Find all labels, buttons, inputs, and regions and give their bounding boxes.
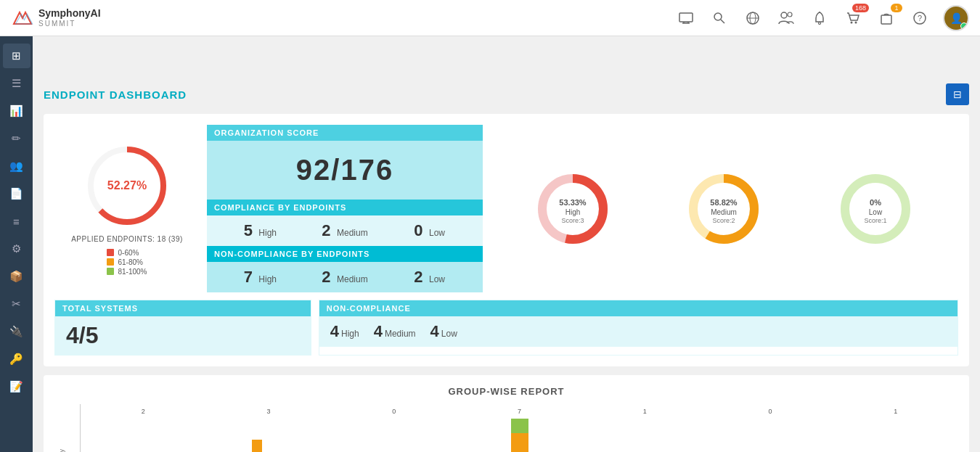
non-compliance-medium: 2 Medium	[303, 268, 388, 287]
filter-button[interactable]: ⊟	[946, 83, 969, 105]
shopping-icon	[879, 12, 894, 25]
top-dashboard-card: 52.27% APPLIED ENDPOINTS: 18 (39) 0-60% …	[44, 114, 969, 366]
total-systems-box: TOTAL SYSTEMS 4/5	[54, 300, 311, 356]
sidebar-item-keys[interactable]: 🔑	[3, 347, 30, 371]
donut-medium-svg: 58.82% Medium Score:2	[684, 169, 764, 249]
stats-row: TOTAL SYSTEMS 4/5 NON-COMPLIANCE 4 High …	[54, 300, 958, 356]
globe-icon	[746, 11, 760, 25]
sidebar-item-packages[interactable]: 📦	[3, 264, 30, 289]
sidebar-item-notes[interactable]: 📝	[3, 374, 30, 399]
screensaver-total-label: 1	[643, 408, 647, 415]
monitor-icon	[679, 12, 693, 24]
nc-medium-lbl: Medium	[385, 329, 416, 339]
user-avatar[interactable]: 👤	[943, 5, 969, 31]
top-navigation: SymphonyAI SUMMIT	[0, 0, 980, 36]
svg-point-6	[714, 13, 722, 20]
shopping-badge: 1	[891, 4, 902, 12]
non-compliance-medium-label: Medium	[337, 274, 368, 284]
non-compliance-box-content: 4 High 4 Medium 4 Low	[319, 316, 957, 347]
desktop-icon[interactable]	[676, 8, 696, 28]
non-compliance-medium-num: 2	[322, 268, 330, 286]
legend-dot-low	[107, 249, 114, 256]
shopping-icon-wrap[interactable]: 1	[876, 8, 897, 28]
total-systems-value: 4/5	[66, 322, 98, 349]
sidebar-item-documents[interactable]: 📄	[3, 181, 30, 206]
cart-icon	[846, 12, 860, 25]
sidebar-item-settings[interactable]: ⚙	[3, 237, 30, 261]
legend-label-low: 0-60%	[118, 249, 139, 257]
bar-chart-area: 2 ANTIVIRUS 3 EVENTLOG SCAN	[80, 404, 958, 452]
gauge-applied-label: APPLIED ENDPOINTS: 18 (39)	[71, 235, 183, 243]
non-compliance-low-label: Low	[429, 274, 445, 284]
non-compliance-header: NON-COMPLIANCE BY ENDPOINTS	[207, 246, 483, 262]
sidebar-item-users[interactable]: 👥	[3, 154, 30, 178]
antivirus-bars	[126, 419, 160, 452]
users-icon-wrap[interactable]	[776, 8, 796, 28]
donut-low-svg: 0% Low Score:1	[836, 169, 915, 249]
sidebar-item-tools[interactable]: ✂	[3, 292, 30, 316]
org-score-header: ORGANIZATION SCORE	[207, 125, 483, 141]
help-icon-wrap[interactable]: ?	[910, 8, 930, 28]
nc-medium: 4 Medium	[374, 322, 416, 341]
org-score-value: 92/176	[207, 141, 483, 200]
svg-point-11	[781, 12, 787, 18]
svg-point-14	[819, 22, 821, 24]
password-bar-green	[511, 419, 528, 433]
page-title: ENDPOINT DASHBOARD	[44, 89, 187, 101]
non-compliance-box: NON-COMPLIANCE 4 High 4 Medium 4	[319, 300, 958, 356]
bell-icon-wrap[interactable]	[809, 8, 830, 28]
gauge-section: 52.27% APPLIED ENDPOINTS: 18 (39) 0-60% …	[54, 125, 200, 292]
nc-low-lbl: Low	[441, 329, 457, 339]
svg-text:Score:3: Score:3	[562, 217, 584, 224]
svg-text:53.33%: 53.33%	[560, 198, 587, 207]
page-title-bar: ENDPOINT DASHBOARD ⊟	[44, 83, 969, 105]
compliance-high: 5 High	[218, 221, 303, 240]
legend-mid: 61-80%	[107, 258, 147, 266]
legend-dot-high	[107, 268, 114, 275]
donut-medium: 58.82% Medium Score:2	[684, 169, 764, 249]
svg-text:Score:1: Score:1	[864, 217, 886, 224]
svg-rect-2	[679, 13, 693, 22]
sidebar-item-reports[interactable]: 📊	[3, 99, 30, 123]
sidebar-item-home[interactable]: ⊞	[3, 44, 30, 68]
svg-text:58.82%: 58.82%	[711, 198, 738, 207]
compliance-medium-num: 2	[322, 221, 330, 239]
y-axis-label-wrap: Criticality	[54, 404, 69, 452]
svg-text:Medium: Medium	[711, 208, 738, 216]
donut-high-svg: 53.33% High Score:3	[533, 169, 613, 249]
svg-point-12	[788, 12, 792, 17]
total-systems-header: TOTAL SYSTEMS	[55, 300, 311, 316]
bell-icon	[813, 11, 826, 25]
nc-low: 4 Low	[430, 322, 457, 341]
svg-text:Score:2: Score:2	[713, 217, 735, 224]
eventlog-total-label: 3	[267, 408, 271, 415]
main-content: ENDPOINT DASHBOARD ⊟ 52.27% APPLIED ENDP…	[33, 73, 980, 452]
metrics-row: 52.27% APPLIED ENDPOINTS: 18 (39) 0-60% …	[54, 125, 958, 292]
online-indicator	[960, 22, 968, 30]
compliance-medium-label: Medium	[337, 228, 368, 238]
search-icon-wrap[interactable]	[709, 8, 730, 28]
donuts-section: 53.33% High Score:3 58.82% Medium Score:…	[490, 125, 958, 292]
compliance-low-label: Low	[429, 228, 445, 238]
compliance-high-label: High	[258, 228, 277, 238]
non-compliance-low: 2 Low	[387, 268, 472, 287]
sidebar-item-list[interactable]: ≡	[3, 209, 30, 234]
legend-high: 81-100%	[107, 268, 147, 276]
svg-text:High: High	[565, 208, 581, 216]
sidebar-item-edit[interactable]: ✏	[3, 126, 30, 151]
gauge-chart: 52.27%	[83, 142, 171, 229]
cart-icon-wrap[interactable]: 168	[843, 8, 863, 28]
logo: SymphonyAI SUMMIT	[11, 7, 101, 30]
total-systems-content: 4/5	[55, 316, 311, 355]
logo-summit: SUMMIT	[38, 20, 101, 28]
file-bars	[879, 419, 912, 452]
antivirus-total-label: 2	[142, 408, 145, 415]
globe-icon-wrap[interactable]	[743, 8, 763, 28]
sidebar-item-plugins[interactable]: 🔌	[3, 319, 30, 344]
bar-group-antivirus: 2 ANTIVIRUS	[81, 404, 206, 452]
file-total-label: 1	[894, 408, 897, 415]
non-compliance-row: 7 High 2 Medium 2 Low	[207, 262, 483, 292]
nc-low-num: 4	[430, 322, 439, 341]
sidebar-item-dashboard[interactable]: ☰	[3, 71, 30, 96]
svg-text:Low: Low	[869, 208, 883, 216]
